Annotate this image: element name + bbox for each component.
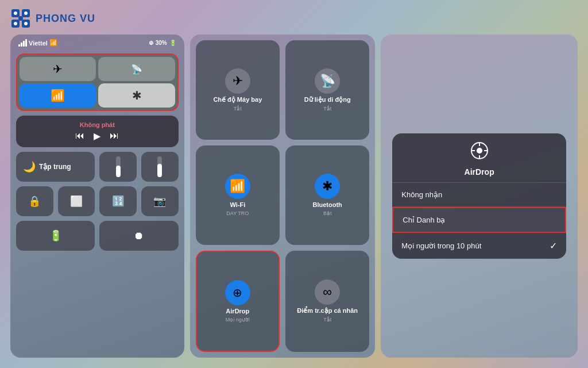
svg-point-10 bbox=[477, 148, 482, 154]
cc-bluetooth-sub: Bật bbox=[323, 210, 332, 216]
cc-airdrop-btn[interactable]: ⊕ AirDrop Mọi người bbox=[196, 251, 280, 352]
cc-airplane-btn[interactable]: ✈ Chế độ Máy bay Tắt bbox=[196, 40, 280, 140]
music-player: Không phát ⏮ ▶ ⏭ bbox=[16, 116, 179, 147]
focus-btn[interactable]: 🌙 Tập trung bbox=[16, 152, 95, 182]
cellular-icon: 📡 bbox=[131, 64, 142, 75]
status-bar: Viettel 📶 ⊕ 30% 🔋 bbox=[10, 34, 184, 49]
screen-mirror-btn[interactable]: ⬜ bbox=[58, 186, 95, 216]
focus-label: Tập trung bbox=[39, 163, 71, 171]
cc-hotspot-icon-circle: ∞ bbox=[315, 279, 340, 305]
cc-cellular-icon: 📡 bbox=[320, 74, 335, 89]
cc-airdrop-sub: Mọi người bbox=[226, 317, 250, 323]
record-btn[interactable]: ⏺ bbox=[99, 221, 178, 251]
cc-hotspot-icon: ∞ bbox=[323, 285, 332, 300]
mid-row: 🌙 Tập trung bbox=[16, 152, 179, 182]
airdrop-everyone-label: Mọi người trong 10 phút bbox=[401, 241, 481, 250]
svg-point-4 bbox=[18, 16, 23, 21]
svg-point-7 bbox=[14, 22, 17, 25]
cc-wifi-label: Wi-Fi bbox=[230, 201, 245, 208]
cc-airplane-label: Chế độ Máy bay bbox=[213, 96, 262, 103]
cc-bluetooth-icon: ✱ bbox=[322, 179, 332, 194]
status-left: Viettel 📶 bbox=[18, 39, 57, 47]
panel-control-center: Viettel 📶 ⊕ 30% 🔋 ✈ 📡 📶 bbox=[10, 34, 184, 358]
airdrop-menu: AirDrop Không nhận Chỉ Danh bạ Mọi người… bbox=[392, 133, 566, 259]
bottom-row: 🔒 ⬜ 🔢 📷 bbox=[16, 186, 179, 216]
cc-wifi-icon-circle: 📶 bbox=[225, 174, 250, 199]
signal-bar-2 bbox=[21, 43, 22, 47]
prev-btn[interactable]: ⏮ bbox=[75, 131, 84, 141]
next-btn[interactable]: ⏭ bbox=[110, 131, 119, 141]
logo: PHONG VU bbox=[10, 8, 95, 29]
airdrop-option-contacts[interactable]: Chỉ Danh bạ bbox=[392, 207, 566, 233]
wifi-btn[interactable]: 📶 bbox=[20, 83, 96, 108]
panel-expanded-cc: ✈ Chế độ Máy bay Tắt 📡 Dữ liệu di động T… bbox=[190, 34, 376, 358]
battery-percent: 30% bbox=[156, 40, 167, 46]
airdrop-contacts-label: Chỉ Danh bạ bbox=[403, 216, 445, 224]
logo-text: PHONG VU bbox=[36, 13, 95, 25]
status-right: ⊕ 30% 🔋 bbox=[149, 40, 176, 46]
svg-point-5 bbox=[14, 12, 17, 15]
signal-bar-3 bbox=[23, 41, 25, 47]
airdrop-checkmark: ✓ bbox=[550, 240, 557, 251]
camera-icon: 📷 bbox=[153, 195, 166, 208]
panel-airdrop-menu: AirDrop Không nhận Chỉ Danh bạ Mọi người… bbox=[381, 34, 578, 358]
airdrop-option-none[interactable]: Không nhận bbox=[392, 183, 566, 207]
music-controls: ⏮ ▶ ⏭ bbox=[23, 131, 172, 141]
cc-bluetooth-label: Bluetooth bbox=[313, 201, 342, 208]
control-grid: ✈ 📡 📶 ✱ Không phát ⏮ ▶ ⏭ bbox=[10, 49, 184, 358]
cc-bluetooth-icon-circle: ✱ bbox=[315, 174, 340, 199]
volume-slider-btn[interactable] bbox=[141, 152, 179, 182]
cc-grid: ✈ Chế độ Máy bay Tắt 📡 Dữ liệu di động T… bbox=[196, 40, 370, 352]
bluetooth-icon: ✱ bbox=[132, 89, 142, 102]
camera-btn[interactable]: 📷 bbox=[141, 186, 179, 216]
cellular-btn[interactable]: 📡 bbox=[98, 57, 175, 81]
mirror-icon: ⬜ bbox=[70, 195, 83, 208]
cc-airdrop-label: AirDrop bbox=[226, 308, 249, 315]
lock-icon: 🔒 bbox=[28, 195, 41, 208]
panels-container: Viettel 📶 ⊕ 30% 🔋 ✈ 📡 📶 bbox=[10, 34, 578, 358]
cc-airdrop-icon: ⊕ bbox=[233, 286, 242, 300]
bluetooth-btn[interactable]: ✱ bbox=[98, 83, 175, 108]
calculator-icon: 🔢 bbox=[112, 195, 125, 208]
battery-status-icon: 🔋 bbox=[49, 229, 62, 242]
signal-bars bbox=[18, 40, 27, 47]
play-btn[interactable]: ▶ bbox=[94, 131, 100, 141]
cc-wifi-icon: 📶 bbox=[230, 179, 245, 194]
record-icon: ⏺ bbox=[134, 230, 144, 242]
signal-bar-1 bbox=[18, 44, 20, 47]
airdrop-none-label: Không nhận bbox=[401, 190, 442, 199]
svg-point-8 bbox=[24, 22, 28, 25]
airplane-mode-btn[interactable]: ✈ bbox=[20, 57, 96, 81]
cc-hotspot-sub: Tắt bbox=[323, 317, 331, 323]
airdrop-header-icon bbox=[470, 141, 489, 164]
cc-cellular-btn[interactable]: 📡 Dữ liệu di động Tắt bbox=[285, 40, 369, 140]
brightness-fill bbox=[116, 166, 121, 177]
calculator-btn[interactable]: 🔢 bbox=[99, 186, 137, 216]
wifi-icon-btn: 📶 bbox=[51, 89, 65, 102]
wifi-icon: 📶 bbox=[49, 39, 57, 47]
logo-icon bbox=[10, 8, 31, 29]
volume-slider bbox=[157, 156, 162, 177]
brightness-slider-btn[interactable] bbox=[99, 152, 137, 182]
lock-rotation-btn[interactable]: 🔒 bbox=[16, 186, 53, 216]
music-title: Không phát bbox=[23, 121, 172, 128]
volume-fill bbox=[157, 164, 162, 177]
location-icon: ⊕ bbox=[149, 40, 153, 46]
cc-airplane-icon: ✈ bbox=[233, 74, 243, 89]
moon-icon: 🌙 bbox=[23, 160, 36, 173]
cc-hotspot-btn[interactable]: ∞ Điểm tr.cập cá nhân Tắt bbox=[285, 251, 369, 352]
cc-wifi-btn[interactable]: 📶 Wi-Fi DAY TRO bbox=[196, 145, 280, 244]
battery-btn[interactable]: 🔋 bbox=[16, 221, 95, 251]
battery-icon: 🔋 bbox=[169, 40, 176, 46]
cc-cellular-label: Dữ liệu di động bbox=[304, 96, 351, 103]
last-row: 🔋 ⏺ bbox=[16, 221, 179, 251]
cc-cellular-sub: Tắt bbox=[323, 106, 331, 112]
airdrop-option-everyone[interactable]: Mọi người trong 10 phút ✓ bbox=[392, 233, 566, 259]
cc-airdrop-icon-circle: ⊕ bbox=[225, 280, 250, 305]
signal-bar-4 bbox=[25, 39, 27, 47]
airdrop-header: AirDrop bbox=[392, 133, 566, 183]
cc-hotspot-label: Điểm tr.cập cá nhân bbox=[297, 307, 358, 315]
svg-point-6 bbox=[24, 12, 28, 15]
cc-cellular-icon-circle: 📡 bbox=[315, 68, 340, 94]
cc-bluetooth-btn[interactable]: ✱ Bluetooth Bật bbox=[285, 145, 369, 244]
